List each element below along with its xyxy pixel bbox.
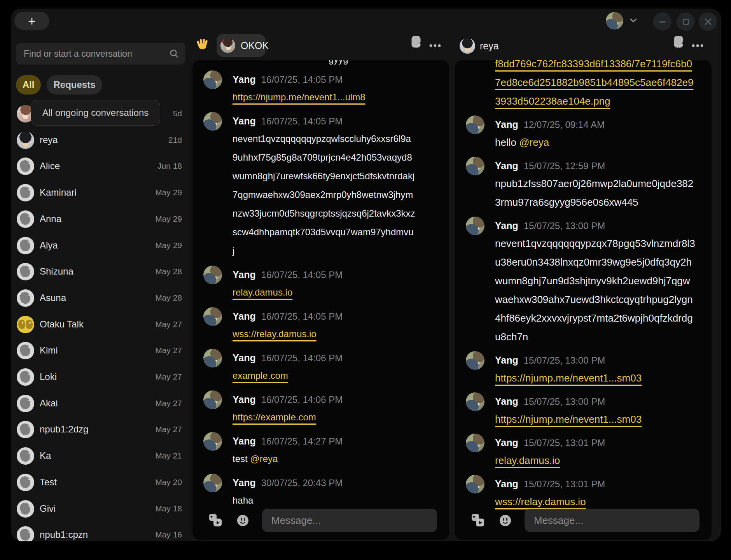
message-link[interactable]: relay.damus.io xyxy=(495,455,560,466)
conversation-row[interactable]: GiviMay 18 xyxy=(16,495,182,522)
message-link[interactable]: relay.damus.io xyxy=(233,287,292,298)
filter-tab-requests[interactable]: Requests xyxy=(47,75,102,94)
message-text: nevent1qvzqqqqqqypzqx78pgq53vlnzmdr8l3u3… xyxy=(495,238,695,343)
conversation-avatar xyxy=(17,421,34,438)
conversation-row[interactable]: KimiMay 27 xyxy=(16,337,182,364)
filter-tab-all[interactable]: All xyxy=(16,75,41,94)
sender-avatar[interactable] xyxy=(203,349,222,368)
sender-avatar[interactable] xyxy=(203,390,222,409)
user-mention[interactable]: @reya xyxy=(519,136,549,148)
note-compose-icon[interactable] xyxy=(674,36,684,50)
conversation-avatar xyxy=(17,368,34,386)
message-timestamp: 16/07/25, 14:05 PM xyxy=(261,311,343,322)
message-link[interactable]: https://njump.me/nevent1...sm03 xyxy=(495,413,642,425)
conversation-row[interactable]: KaminariMay 29 xyxy=(16,179,182,206)
message-link[interactable]: f8dd769c762fc83393d6f13386/7e7119fc6b07e… xyxy=(495,60,693,107)
sender-avatar[interactable] xyxy=(466,392,484,411)
sender-name: Yang xyxy=(495,355,518,366)
message: f8dd769c762fc83393d6f13386/7e7119fc6b07e… xyxy=(495,60,712,110)
sender-avatar[interactable] xyxy=(466,351,484,370)
message-header: Yang15/07/25, 13:00 PM xyxy=(495,220,712,232)
message: Yang12/07/25, 09:14 AMhello @reya xyxy=(495,119,712,152)
sender-avatar[interactable] xyxy=(466,217,484,235)
conversation-row[interactable]: npub1:2dzgMay 27 xyxy=(16,416,182,443)
chat-title-okok[interactable]: OKOK xyxy=(217,34,266,57)
message-text: test xyxy=(233,453,250,464)
message-link[interactable]: https://njump.me/nevent1...sm03 xyxy=(495,372,642,384)
conversation-time: May 18 xyxy=(155,504,182,513)
message-header: Yang12/07/25, 09:14 AM xyxy=(495,119,712,131)
conversation-panel-okok: gyyg Yang16/07/25, 14:05 PMhttps://njump… xyxy=(192,60,449,540)
user-mention[interactable]: @reya xyxy=(250,453,278,464)
note-compose-icon[interactable] xyxy=(411,36,421,50)
search-input[interactable] xyxy=(16,49,169,59)
conversation-row[interactable]: AsunaMay 28 xyxy=(16,285,182,311)
message: Yang15/07/25, 13:01 PMrelay.damus.io xyxy=(495,437,712,470)
message-header: Yang16/07/25, 14:05 PM xyxy=(233,311,449,322)
message-input[interactable] xyxy=(525,509,700,532)
message-link[interactable]: https://example.com xyxy=(233,412,316,422)
message-timestamp: 16/07/25, 14:05 PM xyxy=(261,270,343,280)
sender-avatar[interactable] xyxy=(203,432,222,451)
sender-name: Yang xyxy=(495,220,518,231)
conversation-row[interactable]: npub1:cpznMay 16 xyxy=(16,522,182,541)
conversation-row[interactable]: LokiMay 27 xyxy=(16,364,182,390)
message-link[interactable]: example.com xyxy=(233,370,288,381)
sender-avatar[interactable] xyxy=(203,70,222,89)
conversation-avatar xyxy=(17,447,34,465)
message-body: f8dd769c762fc83393d6f13386/7e7119fc6b07e… xyxy=(495,60,697,110)
sender-avatar[interactable] xyxy=(203,266,222,284)
maximize-icon xyxy=(681,17,691,26)
message-link[interactable]: https://njump.me/nevent1...ulm8 xyxy=(233,92,366,102)
message-link[interactable]: wss://relay.damus.io xyxy=(233,329,317,339)
maximize-button[interactable] xyxy=(677,12,695,31)
message-timestamp: 16/07/25, 14:05 PM xyxy=(261,74,343,85)
media-attach-icon[interactable] xyxy=(471,514,484,527)
conversation-name: reya xyxy=(40,135,58,145)
conversation-row[interactable]: Otaku TalkMay 27 xyxy=(16,311,182,338)
conversation-time: May 27 xyxy=(155,320,182,329)
sender-avatar[interactable] xyxy=(466,434,484,452)
conversation-row[interactable]: ShizunaMay 28 xyxy=(16,258,182,285)
conversation-avatar xyxy=(17,526,34,542)
message: Yang15/07/25, 13:00 PMhttps://njump.me/n… xyxy=(495,396,712,429)
conversation-time: May 27 xyxy=(155,346,182,355)
sender-avatar[interactable] xyxy=(203,474,222,492)
sender-avatar[interactable] xyxy=(466,116,484,134)
message-timestamp: 15/07/25, 13:00 PM xyxy=(524,396,605,407)
conversation-avatar xyxy=(17,158,34,175)
conversation-name: Akai xyxy=(40,398,58,409)
more-options-icon[interactable] xyxy=(692,42,703,49)
chevron-down-icon[interactable] xyxy=(630,18,637,25)
message-timestamp: 30/07/25, 20:43 PM xyxy=(261,478,343,488)
message-timestamp: 16/07/25, 14:06 PM xyxy=(261,394,343,405)
chat-title-reya[interactable]: reya xyxy=(460,38,499,54)
conversation-search[interactable] xyxy=(16,43,185,65)
sender-avatar[interactable] xyxy=(203,307,222,326)
conversation-row[interactable]: TestMay 20 xyxy=(16,469,182,495)
emoji-icon[interactable] xyxy=(237,514,249,527)
conversation-row[interactable]: AkaiMay 27 xyxy=(16,390,182,416)
sender-name: Yang xyxy=(233,269,256,280)
emoji-icon[interactable] xyxy=(499,514,511,527)
message-input[interactable] xyxy=(262,509,437,532)
account-avatar[interactable] xyxy=(606,12,623,30)
sender-avatar[interactable] xyxy=(466,475,484,494)
conversation-row[interactable]: AlyaMay 29 xyxy=(16,232,182,259)
sender-avatar[interactable] xyxy=(466,157,484,175)
close-button[interactable] xyxy=(699,12,717,31)
message: Yang16/07/25, 14:05 PMhttps://njump.me/n… xyxy=(233,74,449,107)
conversation-row[interactable]: reya21d xyxy=(16,127,182,153)
conversation-row[interactable]: AliceJun 18 xyxy=(16,153,182,179)
new-chat-button[interactable]: + xyxy=(14,12,49,30)
conversation-row[interactable]: AnnaMay 29 xyxy=(16,206,182,232)
more-options-icon[interactable] xyxy=(429,42,441,49)
sender-avatar[interactable] xyxy=(203,112,222,131)
conversation-row[interactable]: KaMay 21 xyxy=(16,443,182,469)
conversation-time: Jun 18 xyxy=(157,161,182,171)
message-timestamp: 15/07/25, 13:01 PM xyxy=(524,479,605,490)
minimize-button[interactable] xyxy=(653,12,672,31)
media-attach-icon[interactable] xyxy=(209,514,222,527)
message-list: Yang16/07/25, 14:05 PMhttps://njump.me/n… xyxy=(192,60,449,519)
app-window: + All Requests 5dreya21dAliceJun 18Kamin… xyxy=(11,9,721,541)
